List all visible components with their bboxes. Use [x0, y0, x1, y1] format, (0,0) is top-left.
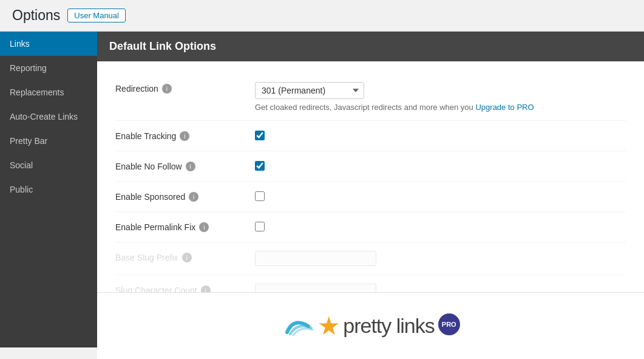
upgrade-to-pro-link[interactable]: Upgrade to PRO — [475, 103, 534, 112]
sidebar-item-public[interactable]: Public — [0, 177, 97, 202]
enable-no-follow-label: Enable No Follow — [115, 162, 182, 171]
redirection-info-icon[interactable]: i — [162, 84, 172, 94]
page-header: Options User Manual — [0, 0, 644, 32]
pro-badge: PRO — [438, 313, 460, 335]
option-row-enable-sponsored: Enable Sponsored i — [115, 182, 626, 212]
sidebar-item-pretty-bar[interactable]: Pretty Bar — [0, 129, 97, 153]
sidebar-item-auto-create-links[interactable]: Auto-Create Links — [0, 104, 97, 129]
enable-permalink-fix-info-icon[interactable]: i — [199, 222, 209, 232]
enable-sponsored-info-icon[interactable]: i — [189, 192, 198, 202]
main-content: Default Link Options Redirection i 301 (… — [97, 32, 644, 347]
pretty-links-text: pretty links — [343, 314, 435, 338]
redirection-label: Redirection — [115, 84, 158, 94]
base-slug-prefix-input — [255, 251, 376, 266]
page-title: Options — [12, 7, 60, 24]
enable-tracking-info-icon[interactable]: i — [180, 131, 189, 141]
option-row-enable-permalink-fix: Enable Permalink Fix i — [115, 212, 626, 242]
user-manual-button[interactable]: User Manual — [67, 9, 126, 22]
pro-overlay: ★ pretty links PRO — [97, 292, 644, 347]
option-row-base-slug-prefix: Base Slug Prefix i — [115, 242, 626, 275]
enable-permalink-fix-label: Enable Permalink Fix — [115, 222, 195, 232]
base-slug-prefix-info-icon: i — [182, 253, 192, 262]
upgrade-text: Get cloaked redirects, Javascript redire… — [255, 103, 626, 112]
enable-permalink-fix-checkbox[interactable] — [255, 222, 265, 231]
sidebar-item-reporting[interactable]: Reporting — [0, 56, 97, 80]
option-row-enable-no-follow: Enable No Follow i — [115, 151, 626, 182]
option-row-enable-tracking: Enable Tracking i — [115, 121, 626, 151]
section-header: Default Link Options — [97, 32, 644, 61]
enable-tracking-checkbox[interactable] — [255, 131, 265, 140]
pretty-links-star-icon: ★ — [317, 313, 341, 339]
enable-tracking-label: Enable Tracking — [115, 131, 176, 141]
enable-sponsored-checkbox[interactable] — [255, 191, 265, 201]
sidebar: Links Reporting Replacements Auto-Create… — [0, 32, 97, 347]
enable-no-follow-info-icon[interactable]: i — [186, 162, 195, 171]
option-row-redirection: Redirection i 301 (Permanent) 302 (Tempo… — [115, 74, 626, 121]
base-slug-prefix-label: Base Slug Prefix — [115, 253, 178, 262]
pro-logo-area: ★ pretty links PRO — [281, 311, 460, 341]
sidebar-item-links[interactable]: Links — [0, 32, 97, 56]
redirection-select[interactable]: 301 (Permanent) 302 (Temporary) 307 (Tem… — [255, 82, 364, 99]
sidebar-item-social[interactable]: Social — [0, 153, 97, 177]
sidebar-item-replacements[interactable]: Replacements — [0, 80, 97, 104]
enable-no-follow-checkbox[interactable] — [255, 161, 265, 171]
enable-sponsored-label: Enable Sponsored — [115, 192, 185, 202]
